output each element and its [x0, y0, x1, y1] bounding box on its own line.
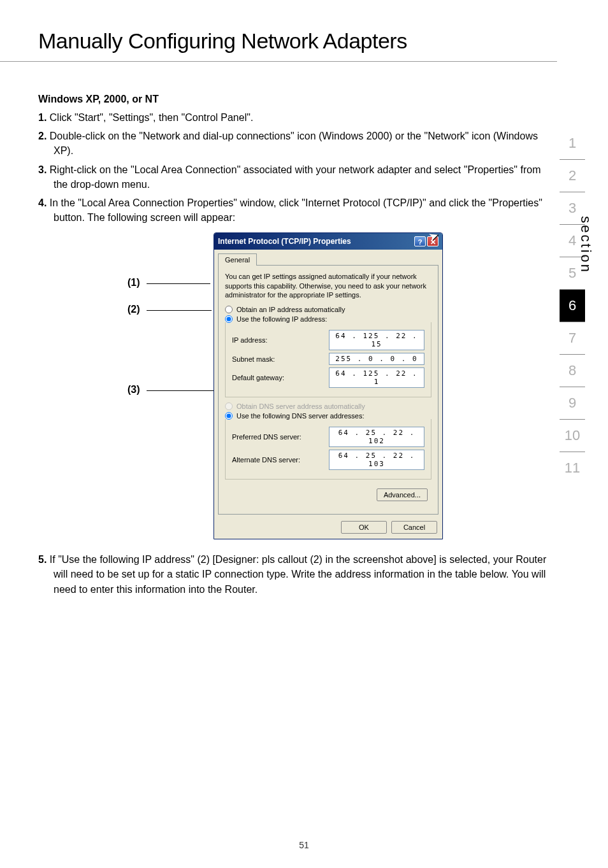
steps-list: 1. Click "Start", "Settings", then "Cont…: [38, 110, 551, 225]
step-5: 5. If "Use the following IP address" (2)…: [38, 552, 551, 597]
dns-group: Preferred DNS server: 64 . 25 . 22 . 102…: [225, 419, 431, 480]
input-subnet[interactable]: 255 . 0 . 0 . 0: [329, 353, 424, 365]
advanced-button[interactable]: Advanced...: [377, 488, 428, 501]
callout-line-2: [147, 310, 212, 311]
tcpip-properties-dialog: Internet Protocol (TCP/IP) Properties ➤ …: [214, 232, 443, 539]
callout-2: (2): [127, 304, 140, 315]
label-subnet: Subnet mask:: [232, 355, 275, 363]
steps-list-continued: 5. If "Use the following IP address" (2)…: [38, 552, 551, 597]
screenshot-area: (1) (2) (3) Internet Protocol (TCP/IP) P…: [38, 232, 551, 539]
ok-button[interactable]: OK: [341, 521, 387, 534]
page-title: Manually Configuring Network Adapters: [0, 0, 557, 62]
cancel-button[interactable]: Cancel: [391, 521, 437, 534]
callout-line-3: [147, 390, 214, 391]
ip-group: IP address: 64 . 125 . 22 . 15 Subnet ma…: [225, 322, 431, 397]
label-gateway: Default gateway:: [232, 374, 284, 381]
nav-9[interactable]: 9: [560, 387, 585, 419]
radio-obtain-ip[interactable]: Obtain an IP address automatically: [225, 306, 431, 313]
callout-1: (1): [127, 277, 140, 288]
nav-10[interactable]: 10: [560, 419, 585, 452]
titlebar[interactable]: Internet Protocol (TCP/IP) Properties ➤ …: [214, 233, 442, 250]
nav-7[interactable]: 7: [560, 322, 585, 354]
nav-2[interactable]: 2: [560, 159, 585, 192]
subheading: Windows XP, 2000, or NT: [38, 94, 551, 105]
step-4: 4. In the "Local Area Connection Propert…: [38, 196, 551, 225]
radio-obtain-ip-input[interactable]: [225, 306, 233, 313]
nav-1[interactable]: 1: [560, 127, 585, 159]
radio-obtain-dns: Obtain DNS server address automatically: [225, 402, 431, 410]
section-label: section: [577, 216, 594, 274]
input-alt-dns[interactable]: 64 . 25 . 22 . 103: [329, 450, 424, 470]
help-button[interactable]: ?: [414, 236, 426, 246]
step-1: 1. Click "Start", "Settings", then "Cont…: [38, 110, 551, 125]
section-nav: 1 2 3 4 5 6 7 8 9 10 11: [560, 127, 585, 484]
label-alt-dns: Alternate DNS server:: [232, 456, 300, 464]
nav-11[interactable]: 11: [560, 452, 585, 484]
nav-8[interactable]: 8: [560, 354, 585, 387]
callout-line-1: [147, 283, 210, 284]
callout-3: (3): [127, 384, 140, 395]
nav-6[interactable]: 6: [560, 289, 585, 322]
step-2: 2. Double-click on the "Network and dial…: [38, 129, 551, 158]
step-3: 3. Right-click on the "Local Area Connec…: [38, 162, 551, 192]
radio-obtain-dns-input: [225, 402, 233, 410]
input-ip[interactable]: 64 . 125 . 22 . 15: [329, 330, 424, 350]
label-ip: IP address:: [232, 336, 267, 344]
label-pref-dns: Preferred DNS server:: [232, 433, 301, 441]
input-gateway[interactable]: 64 . 125 . 22 . 1: [329, 367, 424, 388]
dialog-title: Internet Protocol (TCP/IP) Properties: [218, 237, 351, 246]
page-number: 51: [0, 840, 608, 850]
input-pref-dns[interactable]: 64 . 25 . 22 . 102: [329, 427, 424, 447]
tab-general[interactable]: General: [218, 253, 257, 266]
dialog-description: You can get IP settings assigned automat…: [225, 272, 431, 299]
